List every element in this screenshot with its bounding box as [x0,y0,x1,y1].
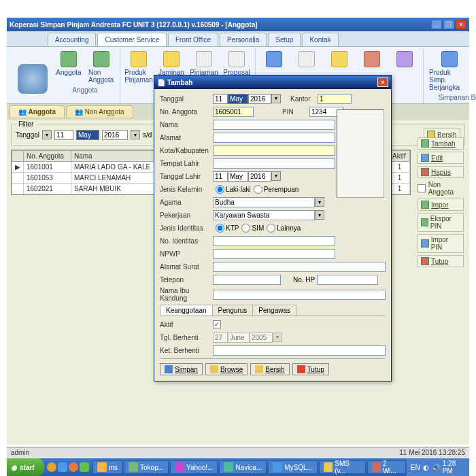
taskbar-item[interactable]: SMS (v... [319,460,366,474]
tab-setup[interactable]: Setup [268,33,301,46]
filter-year-from[interactable] [102,130,128,140]
ekspor-pin-button[interactable]: Ekspor PIN [418,213,464,232]
dialog-tutup-button[interactable]: Tutup [292,363,329,375]
kota-input[interactable] [213,146,335,156]
ribbon-non-anggota[interactable]: Non Anggota [87,50,116,85]
tutup-button[interactable]: Tutup [418,255,464,267]
alamat-input[interactable] [213,133,335,143]
alamat-surat-input[interactable] [213,262,386,272]
no-anggota-input[interactable] [213,107,254,117]
ribbon-anggota[interactable]: Anggota [54,50,83,85]
ket-berhenti-input[interactable] [213,345,386,356]
quicklaunch-icon[interactable] [47,462,56,472]
maximize-button[interactable]: □ [443,20,454,29]
ktp-radio[interactable] [216,224,224,233]
tray-language[interactable]: EN [411,464,420,471]
ribbon-tool-1[interactable] [260,50,288,70]
quicklaunch-icon[interactable] [69,462,78,472]
system-tray: EN ◐ 🔊 1:28 PM [407,458,469,476]
pekerjaan-select[interactable] [213,210,315,220]
kantor-input[interactable] [318,94,352,104]
dialog-tabs: Keanggotaan Pengurus Pengawas [160,305,386,316]
filter-tanggal-label: Tanggal [16,131,39,139]
simpan-button[interactable]: Simpan [160,363,203,375]
ribbon-tool-5[interactable] [390,50,419,70]
doctab-anggota[interactable]: 👥 Anggota [10,105,65,118]
tanggal-date-input[interactable]: ▼ [213,94,281,104]
status-datetime: 11 Mei 2016 13:28:25 [399,449,465,456]
tab-pengawas[interactable]: Pengawas [252,305,296,316]
taskbar-item[interactable]: Navica... [219,460,267,474]
taskbar-item[interactable]: Yahoo!... [170,460,218,474]
tab-accounting[interactable]: Accounting [48,33,96,46]
tanggal-lahir-input[interactable]: ▼ [213,171,281,182]
tab-pengurus[interactable]: Pengurus [212,305,254,316]
edit-button[interactable]: Edit [418,152,464,164]
ribbon-produk-pinjaman[interactable]: Produk Pinjaman [124,50,153,85]
start-button[interactable]: ◉ start [7,458,44,476]
taskbar-item[interactable]: Tokop... [124,460,169,474]
impor-pin-button[interactable]: Impor PIN [418,234,464,253]
no-identitas-input[interactable] [213,236,335,246]
ribbon-produk-simp-berjangka[interactable]: Produk Simp. Berjangka [428,50,471,92]
agama-select[interactable] [213,197,315,207]
col-no-anggota[interactable]: No. Anggota [24,151,71,162]
dialog-titlebar[interactable]: 📄 Tambah × [154,75,391,89]
tray-icon[interactable]: ◐ [423,464,429,471]
nama-input[interactable] [213,120,335,130]
app-titlebar: Koperasi Simpan Pinjam Andresta FC UNIT … [7,18,469,31]
ribbon-tabs: Accounting Customer Service Front Office… [7,31,469,47]
filter-dropdown-icon[interactable]: ▼ [42,130,52,139]
tray-icon[interactable]: 🔊 [432,464,440,471]
aktif-checkbox[interactable]: ✓ [213,320,221,328]
minimize-button[interactable]: _ [431,20,442,29]
ribbon-tool-4[interactable] [358,50,386,70]
perempuan-radio[interactable] [254,185,262,194]
telepon-input[interactable] [213,275,281,285]
hapus-button[interactable]: Hapus [418,166,464,178]
close-button[interactable]: × [456,20,466,29]
taskbar-item[interactable]: MySQL... [268,460,318,474]
filter-legend: Filter [16,120,36,128]
tab-front-office[interactable]: Front Office [168,33,218,46]
action-panel: Tambah Edit Hapus Non Anggota Impor Eksp… [418,137,466,269]
filter-day-from[interactable] [54,130,73,140]
doctab-non-anggota[interactable]: 👥 Non Anggota [66,105,133,118]
quicklaunch-icon[interactable] [58,462,67,472]
col-aktif[interactable]: Aktif [390,151,410,162]
dialog-close-button[interactable]: × [377,78,388,87]
laki-radio[interactable] [216,185,224,194]
app-orb-button[interactable] [18,64,48,94]
status-user: admin [11,449,29,456]
tgl-berhenti-input: ▼ [213,333,282,343]
dialog-bersih-button[interactable]: Bersih [250,363,289,375]
ribbon-tool-2[interactable] [292,50,321,70]
tambah-dialog: 📄 Tambah × Tanggal ▼ Kantor No. Anggota … [154,75,392,381]
photo-placeholder[interactable] [337,109,384,198]
tempat-lahir-input[interactable] [213,158,335,169]
tab-kontak[interactable]: Kontak [302,33,338,46]
taskbar-item[interactable]: 2 Wi... [367,460,406,474]
browse-button[interactable]: Browse [205,363,248,375]
taskbar: ◉ start ms Tokop... Yahoo!... Navica... … [7,458,469,476]
impor-button[interactable]: Impor [418,199,464,211]
taskbar-item[interactable]: ms [92,460,122,474]
no-hp-input[interactable] [317,275,378,285]
ribbon-tool-warning[interactable] [325,50,354,70]
dialog-title: Tambah [167,79,193,86]
tab-customer-service[interactable]: Customer Service [97,33,166,46]
tab-personalia[interactable]: Personalia [220,33,267,46]
nama-ibu-input[interactable] [213,290,386,300]
lainnya-radio[interactable] [267,224,275,233]
filter-sd-label: s/d [143,131,152,139]
chevron-down-icon[interactable]: ▼ [131,130,140,139]
non-anggota-checkbox[interactable]: Non Anggota [418,181,466,196]
filter-month-from[interactable] [76,130,99,140]
tray-clock[interactable]: 1:28 PM [443,460,465,475]
tambah-button[interactable]: Tambah [418,137,464,150]
tab-keanggotaan[interactable]: Keanggotaan [160,305,213,316]
status-bar: admin 11 Mei 2016 13:28:25 [7,447,469,458]
npwp-input[interactable] [213,249,335,259]
quicklaunch-icon[interactable] [80,462,89,472]
sim-radio[interactable] [241,224,250,233]
